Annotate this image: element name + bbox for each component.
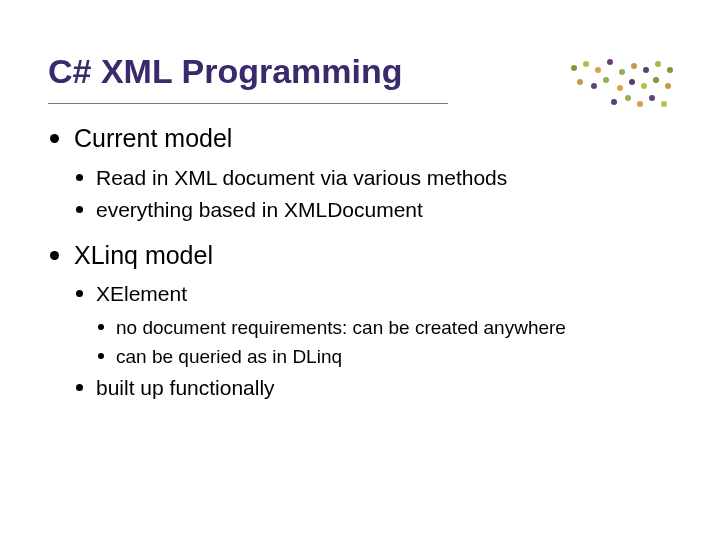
slide: C# XML Programming Current model [0,0,720,540]
slide-title: C# XML Programming [48,52,672,95]
svg-point-20 [649,95,655,101]
svg-point-21 [661,101,667,107]
bullet-text: built up functionally [96,376,275,399]
sub-list: XElement no document requirements: can b… [74,280,672,402]
svg-point-18 [625,95,631,101]
svg-point-19 [637,101,643,107]
bullet-text: everything based in XMLDocument [96,198,423,221]
list-item: built up functionally [74,374,672,402]
title-rule [48,103,448,104]
list-item: no document requirements: can be created… [96,315,672,341]
bullet-text: can be queried as in DLinq [116,346,342,367]
svg-point-17 [611,99,617,105]
bullet-text: Current model [74,124,232,152]
sub-sub-list: no document requirements: can be created… [96,315,672,370]
bullet-text: no document requirements: can be created… [116,317,566,338]
list-item: XElement no document requirements: can b… [74,280,672,370]
list-item: Current model Read in XML document via v… [48,122,672,224]
bullet-list: Current model Read in XML document via v… [48,122,672,402]
list-item: XLinq model XElement no document require… [48,239,672,403]
bullet-text: XElement [96,282,187,305]
list-item: Read in XML document via various methods [74,164,672,192]
bullet-text: XLinq model [74,241,213,269]
list-item: can be queried as in DLinq [96,344,672,370]
bullet-text: Read in XML document via various methods [96,166,507,189]
list-item: everything based in XMLDocument [74,196,672,224]
sub-list: Read in XML document via various methods… [74,164,672,225]
